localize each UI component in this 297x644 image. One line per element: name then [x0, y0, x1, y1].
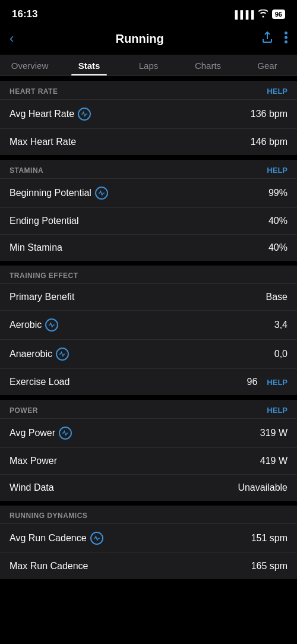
avg-run-cadence-row: Avg Run Cadence 151 spm	[0, 523, 297, 553]
heart-rate-title: HEART RATE	[10, 87, 58, 96]
ending-potential-label: Ending Potential	[10, 216, 79, 226]
status-bar: 16:13 ▐▐▐▐ 96	[0, 0, 297, 25]
avg-run-cadence-label: Avg Run Cadence	[10, 532, 103, 545]
wind-data-value: Unavailable	[238, 482, 287, 493]
page-title: Running	[116, 32, 164, 46]
svg-point-1	[285, 36, 287, 39]
aerobic-value: 3,4	[274, 320, 287, 330]
tab-laps[interactable]: Laps	[119, 55, 178, 75]
signal-icon: ▐▐▐▐	[232, 10, 254, 19]
running-dynamics-title: RUNNING DYNAMICS	[10, 512, 87, 520]
avg-power-label: Avg Power	[10, 427, 72, 440]
min-stamina-row: Min Stamina 40%	[0, 234, 297, 261]
divider-running	[0, 501, 297, 506]
section-header-stamina: STAMINA HELP	[0, 160, 297, 178]
max-run-cadence-label: Max Run Cadence	[10, 561, 89, 572]
aerobic-pulse-icon	[45, 318, 58, 332]
avg-heart-rate-value: 136 bpm	[251, 109, 287, 119]
beginning-potential-value: 99%	[268, 188, 287, 198]
anaerobic-value: 0,0	[274, 349, 287, 359]
divider-top	[0, 76, 297, 81]
section-header-power: POWER HELP	[0, 400, 297, 418]
section-heart-rate: HEART RATE HELP Avg Heart Rate 136 bpm M…	[0, 81, 297, 155]
aerobic-row: Aerobic 3,4	[0, 310, 297, 339]
power-help[interactable]: HELP	[267, 406, 287, 415]
max-heart-rate-label: Max Heart Rate	[10, 137, 76, 147]
section-stamina: STAMINA HELP Beginning Potential 99% End…	[0, 160, 297, 261]
primary-benefit-value: Base	[266, 292, 287, 302]
avg-heart-rate-label: Avg Heart Rate	[10, 108, 91, 121]
nav-header: ‹ Running	[0, 25, 297, 55]
tab-overview[interactable]: Overview	[0, 55, 59, 75]
status-icons: ▐▐▐▐ 96	[232, 10, 285, 20]
avg-power-pulse-icon	[59, 427, 72, 440]
battery-icon: 96	[272, 10, 285, 19]
beginning-potential-pulse-icon	[95, 187, 108, 200]
battery-level: 96	[275, 11, 282, 18]
tab-charts[interactable]: Charts	[178, 55, 238, 75]
section-running-dynamics: RUNNING DYNAMICS Avg Run Cadence 151 spm…	[0, 506, 297, 579]
svg-point-2	[285, 40, 287, 43]
ending-potential-row: Ending Potential 40%	[0, 207, 297, 234]
primary-benefit-row: Primary Benefit Base	[0, 283, 297, 310]
page-container: 16:13 ▐▐▐▐ 96 ‹ Running	[0, 0, 297, 579]
exercise-load-row: Exercise Load 96 HELP	[0, 368, 297, 395]
wind-data-row: Wind Data Unavailable	[0, 474, 297, 501]
max-power-row: Max Power 419 W	[0, 447, 297, 474]
max-run-cadence-row: Max Run Cadence 165 spm	[0, 553, 297, 579]
aerobic-label: Aerobic	[10, 318, 58, 332]
max-heart-rate-row: Max Heart Rate 146 bpm	[0, 128, 297, 155]
max-power-label: Max Power	[10, 456, 57, 466]
tab-gear[interactable]: Gear	[238, 55, 297, 75]
status-time: 16:13	[12, 8, 37, 20]
min-stamina-value: 40%	[268, 242, 287, 253]
avg-heart-rate-pulse-icon	[78, 108, 91, 121]
avg-power-value: 319 W	[260, 428, 287, 438]
section-header-running-dynamics: RUNNING DYNAMICS	[0, 506, 297, 523]
wind-data-label: Wind Data	[10, 482, 54, 493]
tab-stats[interactable]: Stats	[59, 55, 119, 75]
section-power: POWER HELP Avg Power 319 W Max Power 419…	[0, 400, 297, 501]
max-run-cadence-value: 165 spm	[251, 561, 287, 572]
beginning-potential-label: Beginning Potential	[10, 187, 108, 200]
section-header-training: TRAINING EFFECT	[0, 266, 297, 283]
ending-potential-value: 40%	[268, 216, 287, 226]
power-title: POWER	[10, 406, 38, 415]
anaerobic-label: Anaerobic	[10, 348, 69, 361]
share-button[interactable]	[261, 31, 274, 47]
primary-benefit-label: Primary Benefit	[10, 292, 74, 302]
stamina-help[interactable]: HELP	[267, 166, 287, 175]
exercise-load-label: Exercise Load	[10, 377, 69, 387]
divider-stamina	[0, 155, 297, 160]
section-training-effect: TRAINING EFFECT Primary Benefit Base Aer…	[0, 266, 297, 395]
svg-point-0	[285, 31, 287, 34]
beginning-potential-row: Beginning Potential 99%	[0, 178, 297, 207]
avg-run-cadence-value: 151 spm	[251, 533, 287, 544]
tab-bar: Overview Stats Laps Charts Gear	[0, 55, 297, 76]
avg-heart-rate-row: Avg Heart Rate 136 bpm	[0, 99, 297, 128]
back-button[interactable]: ‹	[10, 29, 18, 49]
section-header-heart-rate: HEART RATE HELP	[0, 81, 297, 99]
anaerobic-pulse-icon	[56, 348, 69, 361]
heart-rate-help[interactable]: HELP	[267, 87, 287, 96]
more-button[interactable]	[285, 31, 287, 46]
exercise-load-value: 96	[247, 377, 258, 387]
min-stamina-label: Min Stamina	[10, 242, 62, 253]
anaerobic-row: Anaerobic 0,0	[0, 339, 297, 368]
max-heart-rate-value: 146 bpm	[251, 137, 287, 147]
stamina-title: STAMINA	[10, 166, 43, 175]
avg-run-cadence-pulse-icon	[90, 532, 103, 545]
divider-training	[0, 261, 297, 266]
divider-power	[0, 395, 297, 400]
exercise-load-help[interactable]: HELP	[267, 378, 287, 387]
max-power-value: 419 W	[260, 456, 287, 466]
training-effect-title: TRAINING EFFECT	[10, 272, 78, 280]
avg-power-row: Avg Power 319 W	[0, 418, 297, 447]
nav-actions	[261, 31, 287, 47]
wifi-icon	[258, 10, 268, 20]
